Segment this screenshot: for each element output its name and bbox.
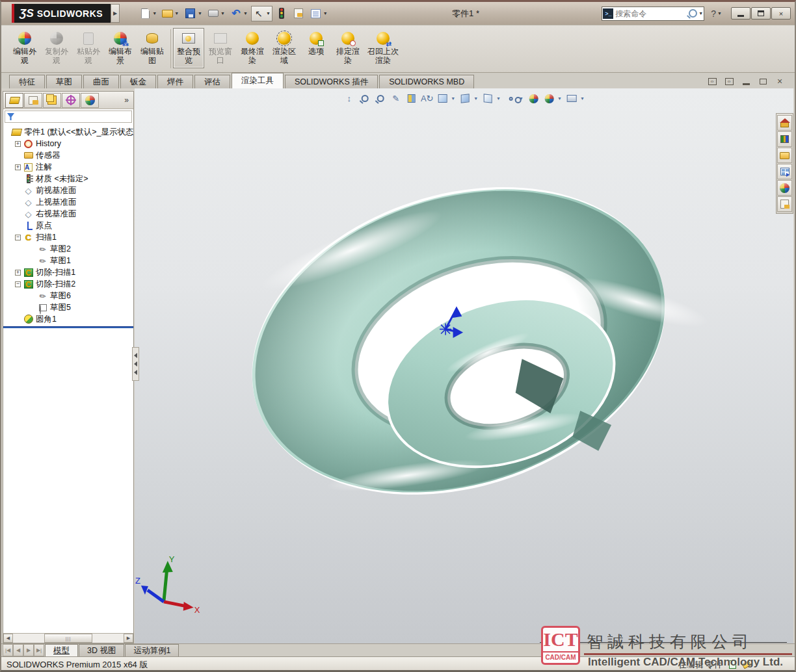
tree-item-sweep1[interactable]: 扫描1 [3,231,133,243]
restore-button[interactable] [751,7,771,19]
search-input[interactable] [613,9,689,18]
render-options-button[interactable]: 选项 [300,28,332,68]
tree-filter-bar[interactable] [5,110,132,123]
panel-more-chevron[interactable]: » [124,96,131,105]
display-style-button[interactable]: ▼ [460,93,478,104]
tab-motion-study1[interactable]: 运动算例1 [125,644,179,656]
appearances-tab[interactable] [777,180,792,196]
tab-solidworks-mbd[interactable]: SOLIDWORKS MBD [379,75,474,88]
tree-item-top-plane[interactable]: 上视基准面 [3,196,133,208]
scrollbar-thumb[interactable]: ||| [44,634,93,643]
doc-restore-button[interactable] [757,77,769,86]
expand-icon[interactable] [15,141,21,147]
help-button[interactable]: ?▼ [711,8,722,19]
final-render-button[interactable]: 最终渲染 [237,28,268,68]
tab-solidworks-addins[interactable]: SOLIDWORKS 插件 [285,75,378,88]
view-settings-button[interactable]: ▼ [505,93,524,104]
tab-evaluate[interactable]: 评估 [194,75,230,88]
render-options-headsup-button[interactable]: ▼ [566,93,585,104]
select-button[interactable]: ↖▼ [251,6,272,21]
panel-splitter-handle[interactable] [132,347,139,381]
view-palette-tab[interactable] [777,164,792,179]
doc-close-button[interactable]: × [774,77,786,86]
first-tab-button[interactable]: |◀ [3,644,13,656]
featuremanager-tree-tab[interactable] [5,93,23,108]
edit-decal-button[interactable]: 编辑贴图 [137,28,168,68]
tab-3d-views[interactable]: 3D 视图 [79,644,124,656]
tree-item-sketch2[interactable]: 草图2 [3,243,133,255]
options-list-button[interactable]: ▼ [308,6,330,21]
open-button[interactable]: ▼ [160,6,181,21]
last-tab-button[interactable]: ▶| [34,644,44,656]
rollback-bar[interactable] [3,326,133,328]
doc-minimize-button[interactable] [740,77,752,86]
tree-item-fillet1[interactable]: 圆角1 [3,313,133,325]
graphics-viewport[interactable]: Y X Z ↕ ✎ A↻ ▼ ▼ ▼ ▼ ▼ ▼ [135,88,793,643]
rotate-view-button[interactable]: A↻ [421,93,432,104]
minimize-button[interactable] [731,7,750,19]
scrollbar-track[interactable]: ||| [13,634,124,643]
recall-last-render-button[interactable]: ⇄ 召回上次渲染 [364,28,402,68]
previous-view-button[interactable] [375,93,386,104]
zoom-to-fit-button[interactable]: ↕ [343,93,354,104]
close-button[interactable]: × [771,7,791,19]
expand-icon[interactable] [15,270,21,276]
tab-features[interactable]: 特征 [9,75,45,88]
prev-tab-button[interactable]: ◀ [13,644,23,656]
custom-properties-tab[interactable] [777,196,792,212]
pane-right-button[interactable]: ‹› [723,77,735,86]
collapse-icon[interactable] [15,235,21,240]
tree-item-cut-sweep2[interactable]: 切除-扫描2 [3,278,133,290]
tree-item-sketch1[interactable]: 草图1 [3,255,133,266]
configuration-manager-tab[interactable] [43,93,61,108]
tab-render-tools[interactable]: 渲染工具 [232,73,284,88]
scroll-left-button[interactable]: ◀ [3,634,13,643]
expand-icon[interactable] [15,164,21,170]
tab-model[interactable]: 模型 [45,644,78,656]
menu-flyout-arrow[interactable]: ▶ [111,4,120,23]
tree-item-sketch6[interactable]: 草图6 [3,290,133,302]
file-properties-button[interactable] [291,6,306,21]
property-manager-tab[interactable] [24,93,42,108]
new-document-button[interactable]: ▼ [138,6,159,21]
hide-show-items-button[interactable]: ▼ [483,93,501,104]
tree-root[interactable]: 零件1 (默认<<默认>_显示状态 [3,126,133,138]
dimxpert-manager-tab[interactable] [62,93,80,108]
view-orientation-button[interactable]: ▼ [437,93,455,104]
tab-weldments[interactable]: 焊件 [157,75,193,88]
next-tab-button[interactable]: ▶ [23,644,34,656]
undo-button[interactable]: ↶▼ [228,6,250,21]
tree-item-front-plane[interactable]: 前视基准面 [3,185,133,196]
file-explorer-tab[interactable] [777,148,792,163]
tree-item-right-plane[interactable]: 右视基准面 [3,208,133,220]
render-region-button[interactable]: 渲染区域 [269,28,300,68]
tree-item-cut-sweep1[interactable]: 切除-扫描1 [3,266,133,278]
tree-item-history[interactable]: History [3,138,133,149]
zoom-to-area-button[interactable] [359,93,370,104]
apply-scene-button[interactable]: ▼ [544,93,562,104]
tree-item-annotations[interactable]: 注解 [3,161,133,173]
tab-sketch[interactable]: 草图 [46,75,82,88]
tree-item-sensors[interactable]: 传感器 [3,149,133,161]
tree-item-material[interactable]: 材质 <未指定> [3,173,133,185]
home-tab[interactable] [777,115,792,131]
search-icon[interactable] [689,9,697,18]
print-button[interactable]: ▼ [206,6,227,21]
edit-appearance-headsup-button[interactable] [528,93,539,104]
tree-item-origin[interactable]: 原点 [3,220,133,231]
section-view-button[interactable] [406,93,417,104]
tab-sheet-metal[interactable]: 钣金 [120,75,156,88]
rebuild-button[interactable] [274,6,289,21]
model-3d[interactable]: Y X Z [135,88,793,641]
collapse-icon[interactable] [15,281,21,287]
tree-item-sketch5[interactable]: 草图5 [3,302,133,313]
scroll-right-button[interactable]: ▶ [124,634,133,643]
edit-scene-button[interactable]: ⁂ 编辑布景 [105,28,136,68]
tab-surfaces[interactable]: 曲面 [83,75,119,88]
pane-left-button[interactable]: ‹› [706,77,718,86]
integrated-preview-button[interactable]: 整合预览 [173,28,204,68]
schedule-render-button[interactable]: 排定渲染 [332,28,364,68]
search-dropdown-arrow[interactable]: ▼ [698,11,703,16]
edit-appearance-button[interactable]: 编辑外观 [9,28,40,68]
view-selector-button[interactable]: ✎ [390,93,401,104]
